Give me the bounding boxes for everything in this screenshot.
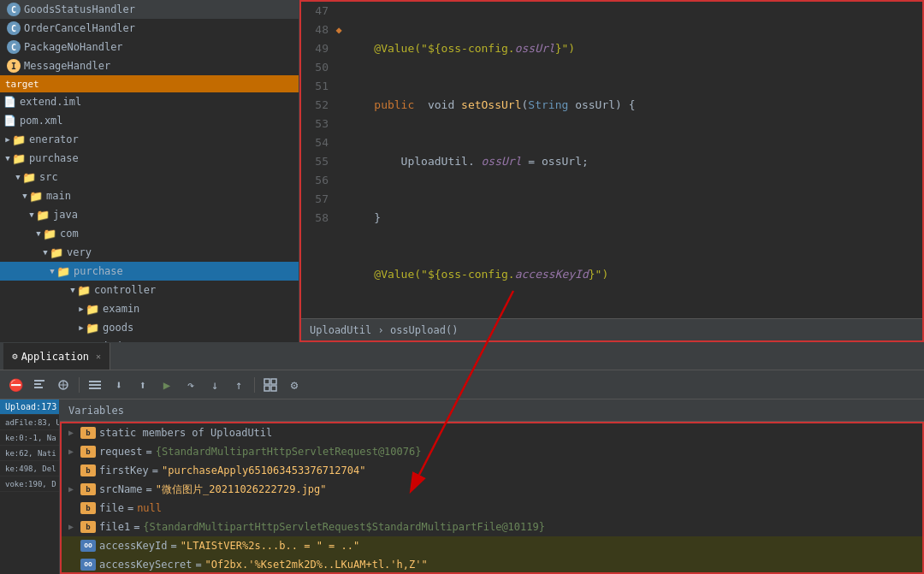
arrow-icon: ▼ [41, 248, 50, 257]
lines-btn[interactable] [85, 375, 105, 395]
stack-item[interactable]: ke:0:-1, Na [0, 430, 59, 446]
up-btn[interactable]: ⬆ [133, 375, 153, 395]
var-eq: = [170, 537, 176, 554]
svg-rect-8 [89, 388, 101, 389]
gutter: ◆ [334, 2, 344, 318]
sidebar-item-src[interactable]: ▼ 📁 src [0, 168, 299, 186]
sidebar-item-com[interactable]: ▼ 📁 com [0, 224, 299, 243]
class-icon: C [7, 3, 21, 16]
arrow-icon: ▼ [34, 229, 43, 238]
breadcrumb-text: UploadUtil › ossUpload() [310, 324, 458, 336]
var-value: {StandardMultipartHttpServletRequest@100… [156, 443, 422, 460]
separator [79, 377, 80, 393]
var-eq: = [152, 462, 158, 479]
folder-icon: 📁 [56, 265, 70, 278]
svg-rect-1 [34, 383, 41, 385]
sidebar-item-generator[interactable]: ▶ 📁 enerator [0, 130, 299, 149]
folder-icon: 📁 [36, 209, 50, 222]
var-static[interactable]: ▶ b static members of UploadUtil [62, 423, 922, 442]
stack-item[interactable]: ke:62, Nati [0, 446, 59, 461]
bottom-panel: ⚙ Application ✕ ⛔ ⬇ ⬆ ▶ ↷ ↓ ↑ ⚙ Uploa [0, 342, 924, 574]
svg-rect-0 [34, 380, 44, 382]
arrow-icon: ▶ [77, 323, 86, 332]
sidebar-item-goodsstatus[interactable]: C GoodsStatusHandler [0, 0, 299, 19]
settings-btn[interactable]: ⚙ [284, 375, 305, 395]
arrow-icon: ▼ [14, 173, 22, 181]
sidebar-label: main [46, 190, 71, 202]
var-file1[interactable]: ▶ b file1 = {StandardMultipartHttpServle… [62, 518, 922, 536]
var-firstkey[interactable]: b firstKey = "purchaseApply6510634533767… [62, 461, 922, 480]
resume-btn[interactable]: ▶ [157, 375, 177, 395]
stepout-btn[interactable]: ↑ [228, 375, 249, 395]
svg-rect-10 [271, 379, 276, 384]
folder-icon: 📁 [12, 152, 26, 165]
debugger-btn[interactable]: ⛔ [5, 375, 26, 395]
sidebar-item-ordercancel[interactable]: C OrderCancelHandler [0, 19, 299, 38]
variables-header: Variables [60, 399, 924, 422]
arrow-icon: ▼ [3, 154, 12, 163]
arrow-icon: ▼ [48, 267, 56, 275]
sidebar-item-purchase[interactable]: ▼ 📁 purchase [0, 149, 299, 168]
separator2 [254, 377, 255, 393]
tab-close-icon[interactable]: ✕ [96, 352, 101, 361]
expand-arrow: ▶ [68, 481, 80, 498]
frames-btn[interactable] [260, 375, 281, 395]
var-accesskeyid[interactable]: oo accessKeyId = "LTAIStVER%2s...b.. = "… [62, 536, 922, 555]
sidebar-item-main[interactable]: ▼ 📁 main [0, 186, 299, 205]
sidebar-item-very[interactable]: ▼ 📁 very [0, 243, 299, 262]
svg-rect-11 [264, 386, 270, 391]
down-btn[interactable]: ⬇ [109, 375, 129, 395]
var-srcname[interactable]: ▶ b srcName = "微信图片_20211026222729.jpg" [62, 480, 922, 499]
class-icon: C [7, 40, 21, 54]
var-file[interactable]: b file = null [62, 499, 922, 518]
var-accesskeysecret[interactable]: oo accessKeySecret = "Of2bx.'%Kset2mk2D%… [62, 555, 922, 572]
stack-item[interactable]: adFile:83, U [0, 415, 59, 430]
arrow-icon: ▶ [77, 305, 86, 313]
folder-icon: 📁 [77, 284, 91, 297]
var-eq: = [146, 443, 152, 460]
stepinto-btn[interactable]: ↓ [204, 375, 225, 395]
sidebar-item-pomxml[interactable]: 📄 pom.xml [0, 111, 299, 130]
var-request[interactable]: ▶ b request = {StandardMultipartHttpServ… [62, 442, 922, 461]
var-type-icon: oo [80, 559, 96, 571]
svg-rect-9 [264, 379, 270, 384]
var-value: "purchaseApply651063453376712704" [162, 462, 365, 479]
folder-icon: 📁 [29, 190, 43, 203]
sidebar-label: very [67, 246, 92, 258]
sidebar-label: com [60, 228, 79, 240]
stack-item[interactable]: voke:190, D [0, 476, 59, 492]
expand-arrow: ▶ [68, 518, 80, 536]
sidebar-label: examin [103, 303, 139, 315]
code-editor: 47 48 49 50 51 52 53 54 55 56 57 58 ◆ [299, 0, 924, 342]
tab-application[interactable]: ⚙ Application ✕ [3, 343, 110, 370]
var-value: "Of2bx.'%Kset2mk2D%..LKuAM+tl.'h,Z'" [205, 556, 428, 572]
svg-rect-2 [34, 387, 43, 388]
endpoints-btn[interactable] [53, 375, 74, 395]
sidebar-label: MessageHandler [24, 60, 110, 72]
sidebar-label: goods [103, 322, 133, 334]
sidebar-item-java[interactable]: ▼ 📁 java [0, 205, 299, 224]
var-name: firstKey [99, 462, 149, 479]
var-name: request [99, 443, 143, 460]
svg-rect-12 [271, 386, 276, 391]
file-icon: 📄 [3, 115, 16, 127]
var-type-icon: b [80, 502, 96, 514]
file-icon: 📄 [3, 96, 16, 108]
stepover-btn[interactable]: ↷ [181, 375, 201, 395]
var-eq: = [127, 500, 133, 517]
target-section: target [0, 75, 299, 92]
sidebar-item-extendiml[interactable]: 📄 extend.iml [0, 92, 299, 111]
console-btn[interactable] [29, 375, 50, 395]
stack-item[interactable]: ke:498, Del [0, 461, 59, 476]
sidebar-item-purchase-sub[interactable]: ▼ 📁 purchase [0, 262, 299, 281]
stack-item[interactable]: Upload:173 [0, 399, 59, 415]
sidebar-item-message[interactable]: I MessageHandler [0, 56, 299, 75]
sidebar-item-goods[interactable]: ▶ 📁 goods [0, 318, 299, 337]
var-name: static members of UploadUtil [99, 424, 272, 441]
svg-rect-6 [89, 381, 101, 382]
tab-bar[interactable]: ⚙ Application ✕ [0, 343, 924, 370]
sidebar-label: extend.iml [20, 96, 81, 108]
sidebar-item-examin[interactable]: ▶ 📁 examin [0, 299, 299, 318]
sidebar-item-packageno[interactable]: C PackageNoHandler [0, 38, 299, 56]
sidebar-item-controller[interactable]: ▼ 📁 controller [0, 281, 299, 299]
